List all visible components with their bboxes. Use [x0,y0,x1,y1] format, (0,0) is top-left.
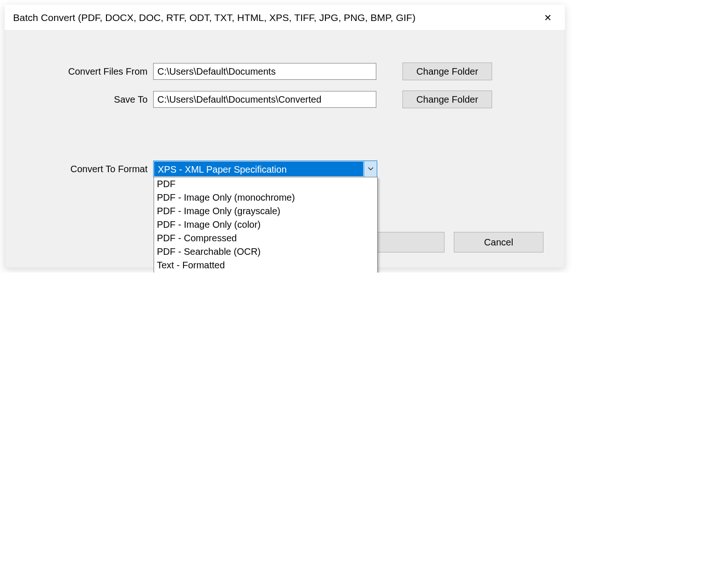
save-to-label: Save To [26,94,153,105]
chevron-down-icon [364,161,377,177]
change-folder-from-button[interactable]: Change Folder [402,63,492,80]
format-option[interactable]: PDF - Searchable (OCR) [154,245,377,259]
change-folder-to-button[interactable]: Change Folder [402,91,492,108]
convert-to-format-label: Convert To Format [26,164,153,175]
dialog-buttons: Cancel [355,232,543,252]
convert-from-label: Convert Files From [26,66,153,77]
format-option[interactable]: PDF [154,177,377,191]
titlebar: Batch Convert (PDF, DOCX, DOC, RTF, ODT,… [5,5,565,30]
convert-to-format-row: Convert To Format XPS - XML Paper Specif… [26,161,543,177]
format-option[interactable]: Text - Formatted [154,259,377,272]
format-selected-value: XPS - XML Paper Specification [154,161,363,176]
dialog-title: Batch Convert (PDF, DOCX, DOC, RTF, ODT,… [13,12,416,23]
format-option[interactable]: PDF - Image Only (color) [154,218,377,231]
format-dropdown-list[interactable]: PDFPDF - Image Only (monochrome)PDF - Im… [154,177,378,273]
dialog-content: Convert Files From Change Folder Save To… [5,30,565,268]
format-option[interactable]: Text - Unformatted [154,272,377,273]
format-option[interactable]: PDF - Compressed [154,231,377,245]
cancel-button[interactable]: Cancel [454,232,543,252]
save-to-row: Save To Change Folder [26,91,543,108]
format-option[interactable]: PDF - Image Only (grayscale) [154,204,377,218]
close-icon[interactable]: ✕ [539,10,557,25]
format-combobox[interactable]: XPS - XML Paper Specification PDFPDF - I… [153,161,377,177]
format-option[interactable]: PDF - Image Only (monochrome) [154,191,377,204]
batch-convert-dialog: Batch Convert (PDF, DOCX, DOC, RTF, ODT,… [5,5,565,268]
convert-from-input[interactable] [153,63,376,80]
save-to-input[interactable] [153,91,376,108]
convert-from-row: Convert Files From Change Folder [26,63,543,80]
